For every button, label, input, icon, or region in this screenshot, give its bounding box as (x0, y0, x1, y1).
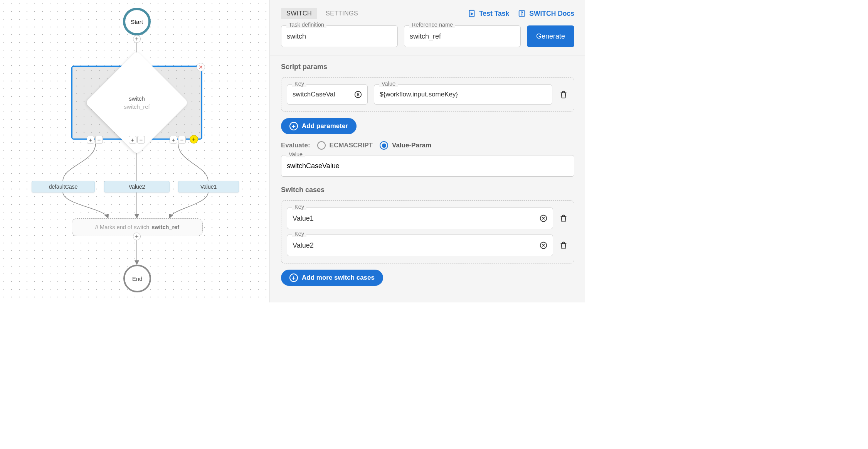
evaluate-value-input[interactable] (281, 155, 574, 177)
switch-cases-box: Key Key (281, 200, 574, 263)
radio-value-param[interactable]: Value-Param (380, 141, 431, 150)
end-node[interactable]: End (123, 265, 151, 292)
add-after-switch-end[interactable]: + (133, 233, 141, 240)
script-params-heading: Script params (281, 63, 574, 71)
end-label: End (132, 275, 143, 282)
start-node[interactable]: Start (123, 8, 151, 35)
start-label: Start (131, 19, 143, 25)
branch3-add[interactable]: + (170, 136, 177, 143)
config-panel: SWITCH SETTINGS Test Task SWITCH Docs Ta… (270, 0, 585, 302)
close-icon[interactable]: ✕ (197, 63, 205, 71)
tab-switch[interactable]: SWITCH (281, 8, 317, 19)
reference-name-field: Reference name (404, 25, 521, 47)
case2-key-field: Key (287, 235, 553, 256)
clear-key-icon[interactable] (353, 89, 363, 100)
add-branch-button[interactable]: + (190, 135, 198, 143)
param-value-input[interactable] (374, 84, 552, 105)
radio-ecmascript[interactable]: ECMASCRIPT (317, 141, 373, 150)
branch1-add[interactable]: + (87, 136, 94, 143)
task-definition-field: Task definition (281, 25, 398, 47)
script-params-box: Key Value (281, 77, 574, 112)
clipboard-play-icon (468, 9, 476, 18)
branch3-remove[interactable]: − (178, 136, 186, 143)
generate-button[interactable]: Generate (527, 25, 574, 47)
switch-node[interactable]: ✕ switch switch_ref (71, 66, 202, 140)
test-task-link[interactable]: Test Task (468, 9, 509, 18)
add-switch-cases-button[interactable]: + Add more switch cases (281, 270, 383, 286)
add-after-start[interactable]: + (133, 35, 141, 43)
task-definition-input[interactable] (281, 25, 398, 47)
docs-link[interactable]: SWITCH Docs (518, 9, 574, 18)
branch2-add[interactable]: + (129, 136, 136, 143)
tab-settings[interactable]: SETTINGS (320, 8, 363, 19)
delete-case1-icon[interactable] (558, 213, 569, 223)
clear-case2-icon[interactable] (538, 240, 548, 250)
param-key-field: Key (287, 84, 368, 105)
panel-tabs: SWITCH SETTINGS (281, 8, 363, 19)
clear-case1-icon[interactable] (538, 213, 548, 223)
evaluate-value-field: Value (281, 155, 574, 177)
help-icon (518, 9, 526, 18)
plus-icon: + (289, 122, 298, 130)
delete-param-icon[interactable] (558, 89, 569, 100)
reference-name-input[interactable] (404, 25, 521, 47)
case1-key-field: Key (287, 208, 553, 229)
branch1-remove[interactable]: − (95, 136, 103, 143)
radio-icon (380, 141, 388, 150)
switch-ref: switch_ref (124, 103, 150, 110)
param-value-field: Value (374, 84, 552, 105)
evaluate-row: Evaluate: ECMASCRIPT Value-Param (281, 141, 574, 150)
svg-point-6 (522, 15, 522, 15)
case1-key-input[interactable] (287, 208, 553, 229)
workflow-canvas[interactable]: Start + ✕ switch switch_ref + − + − + − … (0, 0, 270, 302)
case-chip-default[interactable]: defaultCase (32, 181, 95, 192)
case-chip-value2[interactable]: Value2 (104, 181, 170, 192)
definition-row: Task definition Reference name Generate (270, 25, 585, 56)
case2-key-input[interactable] (287, 235, 553, 256)
panel-links: Test Task SWITCH Docs (468, 9, 574, 18)
script-params-section: Script params Key Value (270, 56, 585, 293)
switch-node-labels: switch switch_ref (124, 95, 150, 110)
add-parameter-button[interactable]: + Add parameter (281, 118, 357, 134)
switch-title: switch (124, 95, 150, 102)
switch-cases-heading: Switch cases (281, 186, 574, 194)
branch2-remove[interactable]: − (137, 136, 145, 143)
case-chip-value1[interactable]: Value1 (178, 181, 239, 192)
case-row-1: Key (287, 208, 569, 229)
radio-icon (317, 141, 326, 150)
delete-case2-icon[interactable] (558, 240, 569, 250)
param-row: Key Value (287, 84, 569, 105)
plus-icon: + (289, 273, 298, 282)
case-row-2: Key (287, 235, 569, 256)
